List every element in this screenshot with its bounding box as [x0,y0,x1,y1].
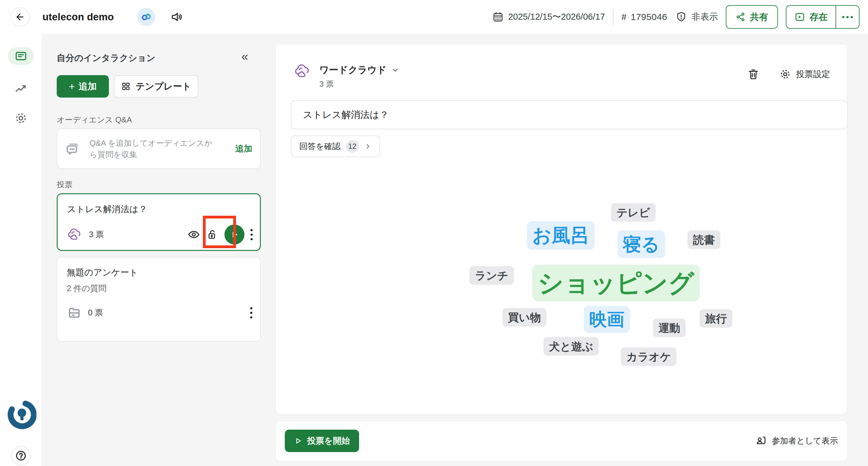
lock-button[interactable] [206,229,218,240]
survey-menu-button[interactable] [250,307,252,319]
collapse-panel-icon[interactable]: « [241,50,248,62]
review-answers-button[interactable]: 回答を確認 12 [291,135,380,157]
trending-up-icon [14,82,28,96]
poll-settings-label: 投票設定 [796,68,830,80]
eye-icon [187,228,200,241]
present-icon [794,11,805,23]
survey-votes-label: 0 票 [88,307,103,318]
arrow-left-icon [15,12,25,22]
share-button[interactable]: 共有 [726,5,778,29]
top-header: utelecon demo 2025/12/15〜2026/06/17 # 17… [0,0,868,34]
word-cloud-word: カラオケ [621,347,676,366]
wordcloud-type-icon [294,64,311,79]
poll-detail-card: ワードクラウド 3 票 投票設定 回答を確認 12 テレビお風呂寝る読書ランチシ… [275,44,847,414]
folder-icon [67,306,82,319]
view-as-participant-button[interactable]: 参加者として表示 [755,435,838,447]
header-divider [613,9,614,25]
start-poll-play-button[interactable] [224,225,244,244]
calendar-icon [492,11,504,23]
rail-item-analytics[interactable] [12,80,30,98]
header-right-group: 2025/12/15〜2026/06/17 # 1795046 非表示 共有 存… [492,0,860,34]
shield-exclamation-icon [675,11,687,23]
qa-section-label: オーディエンス Q&A [57,114,132,125]
word-cloud-word: 読書 [687,231,720,249]
announcement-icon[interactable] [170,10,183,24]
play-outline-icon [294,437,302,445]
chat-bubbles-icon [65,140,82,157]
play-icon [230,230,239,239]
app-root: utelecon demo 2025/12/15〜2026/06/17 # 17… [0,0,868,466]
privacy-status[interactable]: 非表示 [675,11,718,23]
wordcloud-icon [67,228,83,241]
back-button[interactable] [10,7,30,27]
present-split-button: 存在 [786,5,860,29]
poll-card-survey[interactable]: 無題のアンケート 2 件の質問 0 票 [57,257,261,342]
word-cloud-word: 犬と遊ぶ [544,337,599,356]
privacy-label: 非表示 [691,11,718,23]
poll-card-title: ストレス解消法は？ [67,203,147,215]
panel-title: 自分のインタラクション [57,52,155,64]
plus-icon: + [69,80,75,92]
share-icon [736,12,746,22]
qa-add-link[interactable]: 追加 [235,143,252,155]
view-as-participant-label: 参加者として表示 [772,435,838,446]
date-range-label: 2025/12/15〜2026/06/17 [508,11,605,23]
start-poll-button[interactable]: 投票を開始 [285,430,359,452]
word-cloud-word: 旅行 [700,309,733,328]
help-button[interactable] [11,446,31,465]
settings-gear-icon [779,68,791,80]
poll-settings-button[interactable]: 投票設定 [779,68,830,80]
poll-card-wordcloud[interactable]: ストレス解消法は？ 3 票 [57,193,261,251]
unlock-icon [206,229,218,240]
word-cloud-word: 寝る [618,231,665,258]
rail-item-interactions[interactable] [8,47,34,65]
chevron-right-icon [364,143,372,150]
poll-votes-label: 3 票 [89,229,104,240]
chevron-down-icon [391,66,399,74]
template-button[interactable]: テンプレート [114,75,198,98]
preview-eye-button[interactable] [187,228,200,241]
template-button-label: テンプレート [135,80,191,93]
word-cloud-word: 買い物 [502,308,547,327]
more-options-button[interactable] [836,6,859,28]
trash-icon [747,68,760,80]
page-title: utelecon demo [42,0,114,34]
poll-menu-button[interactable] [250,229,253,240]
present-label: 存在 [809,11,828,23]
review-answers-label: 回答を確認 [299,141,341,152]
webex-logo [137,8,155,26]
polls-section-label: 投票 [57,179,72,190]
share-label: 共有 [750,11,768,23]
word-cloud-word: ランチ [469,266,514,285]
cards-icon [14,49,28,63]
delete-poll-button[interactable] [747,68,760,80]
utelecon-logo [5,399,36,430]
event-code-number: 1795046 [631,12,667,22]
ellipsis-icon [842,16,853,18]
present-button[interactable]: 存在 [786,6,836,28]
word-cloud-word: テレビ [611,203,656,222]
poll-type-selector[interactable]: ワードクラウド [319,64,399,76]
word-cloud-word: お風呂 [527,221,594,249]
word-cloud-word: ショッピング [532,265,700,301]
qa-card-text: Q&A を追加してオーディエンスから質問を収集 [90,137,217,160]
survey-card-title: 無題のアンケート [67,267,138,279]
hash-icon: # [621,12,627,22]
qa-empty-card: Q&A を追加してオーディエンスから質問を収集 追加 [57,129,261,169]
question-icon [15,450,27,462]
add-button-label: 追加 [79,80,97,93]
answers-count-badge: 12 [346,140,359,153]
grid-icon [121,81,131,91]
rail-item-settings[interactable] [12,109,30,127]
participant-view-icon [755,435,767,447]
survey-card-subtitle: 2 件の質問 [67,283,106,294]
word-cloud-word: 運動 [653,319,686,337]
poll-type-label: ワードクラウド [319,64,386,76]
add-button[interactable]: + 追加 [57,75,109,98]
event-dates: 2025/12/15〜2026/06/17 [492,11,605,23]
event-code: # 1795046 [621,12,667,22]
poll-votes-count: 3 票 [319,79,399,89]
question-input[interactable] [291,100,848,129]
word-cloud-word: 映画 [584,306,630,333]
footer-bar: 投票を開始 参加者として表示 [275,421,847,461]
